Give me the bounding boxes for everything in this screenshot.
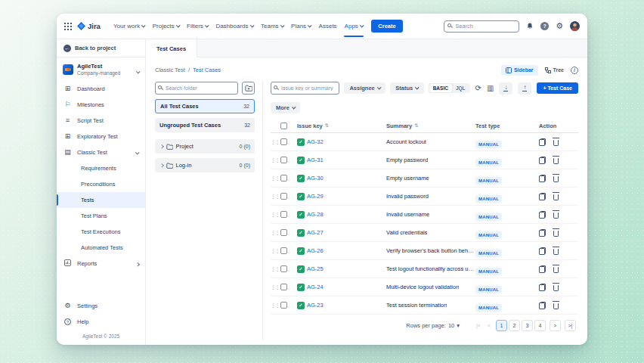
chevron-right-icon[interactable] [160,145,163,148]
jira-logo[interactable]: Jira [77,22,101,30]
drag-handle-icon[interactable]: ⋮⋮ [271,175,279,181]
topnav-item-teams[interactable]: Teams [258,20,286,32]
sidebar-item-settings[interactable]: ⚙ Settings [57,298,145,314]
user-avatar[interactable] [570,21,580,31]
issue-key-link[interactable]: AG-28 [307,211,324,218]
jql-mode-button[interactable]: JQL [452,84,469,92]
copy-icon[interactable] [539,229,546,237]
copy-icon[interactable] [539,138,546,146]
breadcrumb-parent[interactable]: Classic Test [155,67,185,73]
topnav-item-your-work[interactable]: Your work [110,20,148,32]
sidebar-subitem-test-executions[interactable]: Test Executions [57,224,145,240]
chevron-right-icon[interactable] [160,164,163,167]
issue-key-link[interactable]: AG-30 [307,175,324,182]
folder-group-ungrouped-test-cases[interactable]: Ungrouped Test Cases 32 [155,118,255,132]
copy-icon[interactable] [539,193,546,200]
folder-search-input[interactable] [155,82,238,95]
copy-icon[interactable] [539,284,546,291]
settings-gear-icon[interactable]: ⚙ [556,22,563,30]
topnav-item-projects[interactable]: Projects [150,20,182,32]
last-page-button[interactable]: >| [565,320,576,331]
drag-handle-icon[interactable]: ⋮⋮ [271,139,279,144]
info-icon[interactable]: i [571,67,578,74]
copy-icon[interactable] [539,211,546,219]
trash-icon[interactable] [553,249,559,255]
trash-icon[interactable] [553,267,559,273]
sidebar-view-toggle[interactable]: Sidebar [501,65,538,76]
page-button-1[interactable]: 1 [496,320,507,331]
refresh-icon[interactable]: ⟳ [475,85,481,92]
issue-key-link[interactable]: AG-24 [307,284,324,290]
row-checkbox[interactable] [280,229,287,236]
row-checkbox[interactable] [280,175,287,182]
issue-key-link[interactable]: AG-27 [307,229,324,236]
tree-view-toggle[interactable]: Tree [545,67,564,73]
help-icon[interactable]: ? [540,22,549,30]
sidebar-subitem-preconditions[interactable]: Preconditions [57,176,145,192]
import-button[interactable]: ↓ [499,82,512,95]
issue-filter-input[interactable] [271,82,339,95]
page-button-3[interactable]: 3 [522,320,533,331]
drag-handle-icon[interactable]: ⋮⋮ [271,248,279,253]
breadcrumb-current[interactable]: Test Cases [193,67,221,73]
drag-handle-icon[interactable]: ⋮⋮ [271,266,279,271]
first-page-button[interactable]: |< [474,323,483,328]
trash-icon[interactable] [553,213,559,219]
summary-header[interactable]: Summary ⇅ [386,123,475,129]
drag-handle-icon[interactable]: ⋮⋮ [271,212,279,217]
create-button[interactable]: Create [371,20,402,33]
status-filter-button[interactable]: Status [390,82,423,94]
trash-icon[interactable] [553,303,559,309]
topnav-item-apps[interactable]: Apps [342,20,367,32]
prev-page-button[interactable]: < [485,323,493,328]
notifications-bell-icon[interactable] [526,22,534,30]
page-button-2[interactable]: 2 [509,320,520,331]
copy-icon[interactable] [539,302,546,309]
topnav-item-assets[interactable]: Assets [316,20,340,32]
assignee-filter-button[interactable]: Assignee [344,82,385,94]
more-filters-button[interactable]: More [271,102,300,113]
row-checkbox[interactable] [280,211,287,218]
sidebar-item-reports[interactable]: Reports [57,256,145,271]
sidebar-item-exploratory-test[interactable]: ⊞ Exploratory Test [57,129,145,144]
topnav-item-plans[interactable]: Plans [288,20,314,32]
issue-key-link[interactable]: AG-32 [307,138,324,145]
copy-icon[interactable] [539,247,546,255]
trash-icon[interactable] [553,176,559,182]
row-checkbox[interactable] [280,302,287,309]
issue-key-link[interactable]: AG-31 [307,157,324,163]
topnav-item-filters[interactable]: Filters [184,20,211,32]
sidebar-subitem-tests[interactable]: Tests [57,192,145,208]
row-checkbox[interactable] [280,193,287,200]
drag-handle-icon[interactable]: ⋮⋮ [271,284,279,290]
next-page-button[interactable]: > [550,320,561,331]
copy-icon[interactable] [539,265,546,273]
copy-icon[interactable] [539,157,546,164]
columns-icon[interactable]: ▥ [487,85,494,92]
global-search-input[interactable] [444,20,519,33]
trash-icon[interactable] [553,285,559,291]
sidebar-item-classic-test[interactable]: ▤ Classic Test [57,144,145,160]
drag-handle-icon[interactable]: ⋮⋮ [271,157,279,163]
trash-icon[interactable] [553,158,559,164]
back-to-project-button[interactable]: ← Back to project [57,39,145,57]
rows-per-page[interactable]: Rows per page: 10 ▾ [406,322,460,329]
issue-key-link[interactable]: AG-23 [307,302,324,309]
sidebar-item-dashboard[interactable]: ⊞ Dashboard [57,81,145,97]
row-checkbox[interactable] [280,284,287,290]
new-folder-button[interactable] [242,82,255,95]
select-all-checkbox[interactable] [280,123,287,129]
trash-icon[interactable] [553,140,559,146]
basic-mode-button[interactable]: BASIC [429,84,452,92]
issue-key-link[interactable]: AG-29 [307,193,324,200]
export-button[interactable]: ↑ [518,82,531,95]
add-test-case-button[interactable]: + Test Case [537,82,578,94]
sidebar-subitem-requirements[interactable]: Requirements [57,160,145,176]
page-button-4[interactable]: 4 [534,320,546,331]
sidebar-item-help[interactable]: ? Help [57,314,145,330]
sidebar-subitem-automated-tests[interactable]: Automated Tests [57,240,145,256]
folder-log-in[interactable]: Log-in 0 (0) [155,158,255,172]
row-checkbox[interactable] [280,138,287,145]
sidebar-subitem-test-plans[interactable]: Test Plans [57,208,145,224]
copy-icon[interactable] [539,175,546,182]
